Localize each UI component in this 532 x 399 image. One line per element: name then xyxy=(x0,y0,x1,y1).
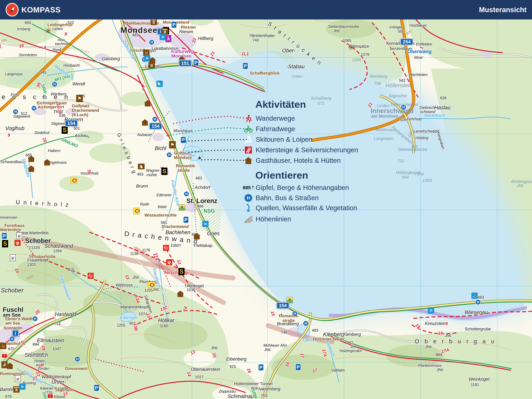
via-ferrata-icon xyxy=(243,146,254,154)
legend-item-label: Klettersteige & Seilversicherungen xyxy=(254,146,358,154)
legend-item-label: Quellen, Wasserfälle & Vegetation xyxy=(254,204,357,212)
brand-name: KOMPASS xyxy=(21,6,61,14)
hut-icon xyxy=(243,157,254,165)
page-title: Musteransicht xyxy=(479,6,526,14)
legend-item-label: Gasthäuser, Hotels & Hütten xyxy=(254,157,341,165)
legend-item-label: Fahrradwege xyxy=(254,125,295,133)
legend-item-quellen[interactable]: Quellen, Wasserfälle & Vegetation xyxy=(243,203,357,213)
map-canvas[interactable]: 650IrrsbergLeidingerhofLeiten522Sonnleit… xyxy=(0,0,532,399)
kompass-logo[interactable]: KOMPASS xyxy=(6,3,61,16)
legend-item-gipfel[interactable]: 885† Gipfel, Berge & Höhenangaben xyxy=(243,183,349,192)
legend-orientation-title: Orientieren xyxy=(255,170,308,181)
bus-stop-icon: H xyxy=(243,194,254,202)
map-legend: Aktivitäten Wanderwege Fahrradwege xyxy=(243,96,399,230)
legend-item-label: Skitouren & Loipen xyxy=(254,136,312,143)
compass-icon xyxy=(6,3,19,16)
legend-item-gasthaeuser[interactable]: Gasthäuser, Hotels & Hütten xyxy=(243,156,341,165)
cyclist-icon xyxy=(243,125,254,133)
legend-item-hoehenlinien[interactable]: Höhenlinien xyxy=(243,214,291,224)
ski-tour-icon xyxy=(243,135,254,144)
contour-lines-icon xyxy=(243,215,254,223)
app-header: KOMPASS Musteransicht xyxy=(0,0,532,19)
hiker-icon xyxy=(243,114,254,123)
legend-activities-title: Aktivitäten xyxy=(255,99,306,110)
legend-item-skitouren[interactable]: Skitouren & Loipen xyxy=(243,135,312,144)
spring-icon xyxy=(243,204,254,212)
legend-item-label: Höhenlinien xyxy=(254,215,291,223)
peak-elevation-icon: 885† xyxy=(243,185,254,190)
legend-item-klettersteige[interactable]: Klettersteige & Seilversicherungen xyxy=(243,145,358,155)
legend-item-label: Bahn, Bus & Straßen xyxy=(254,194,319,202)
legend-item-label: Gipfel, Berge & Höhenangaben xyxy=(254,184,349,191)
legend-item-fahrradwege[interactable]: Fahrradwege xyxy=(243,124,295,134)
legend-item-wanderwege[interactable]: Wanderwege xyxy=(243,114,295,123)
legend-item-label: Wanderwege xyxy=(254,114,295,122)
legend-item-bahn[interactable]: H Bahn, Bus & Straßen xyxy=(243,193,319,203)
